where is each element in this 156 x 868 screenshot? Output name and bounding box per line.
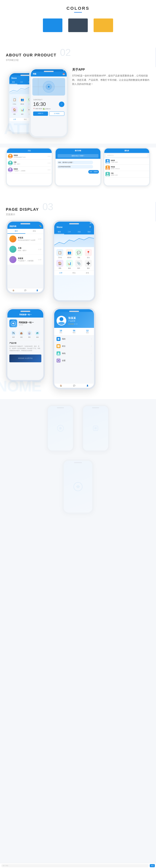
contact-icon-2 [105, 165, 110, 170]
p2-attend-label: 考勤 [58, 267, 61, 269]
chat-item-3[interactable]: 张某某 产品更新了，大家看看 10:00 [7, 166, 52, 174]
chat-item-1[interactable]: 李某某 明天的会议改到了10点 12:00 [7, 153, 52, 160]
p3-quick-2[interactable]: 🏨 酒店 [19, 331, 24, 338]
p1-nav-home[interactable]: 🏠 [7, 288, 19, 292]
p1-header: 消息列表 ✏️ [7, 224, 43, 229]
p4-menu-1[interactable]: 我的 › [54, 336, 94, 343]
p2-nav-discover[interactable]: 发现 [81, 271, 94, 275]
p4-menu-4[interactable]: 设置 › [54, 357, 94, 364]
p3-quick-icons: ✈️ 机票 🏨 酒店 🎡 景区 🗺️ 旅游 [7, 329, 43, 340]
star-5: ★ [76, 323, 78, 325]
attend-label: 考勤 [13, 114, 16, 115]
contact-3[interactable]: 王某 运营部 | 主管 [104, 171, 149, 178]
p2-nav-share[interactable]: 分享 [54, 271, 68, 275]
p2-icon-1[interactable]: 📋 工作台 [56, 249, 64, 258]
p2-tab-work[interactable]: 工作 [64, 230, 74, 234]
contact-2[interactable]: 李某某 技术部 | Software [104, 165, 149, 171]
msg-1: 你好，请问有什么问题？ [57, 161, 93, 164]
p4-nav-home[interactable]: 🏠 [54, 383, 68, 388]
p3-quick-1[interactable]: ✈️ 机票 [11, 331, 16, 338]
p2-tab-msg[interactable]: 消息 [74, 230, 84, 234]
p1-item-3[interactable]: 张某某 产品更新了，大家看看 10:00 [7, 254, 43, 265]
p1-tab-group[interactable]: 群组 [25, 229, 43, 234]
p4-stat-fans[interactable]: 56 粉丝 [68, 328, 81, 335]
p4-stat-follow[interactable]: 18 关注 [54, 328, 68, 335]
p4-nav-me[interactable]: 👤 [81, 383, 94, 388]
star-4: ★ [74, 323, 76, 325]
p2-icon-8[interactable]: ➕ 更多 [84, 260, 93, 269]
contacts-header: 通讯录 [104, 149, 149, 153]
p4-menu-icon-2 [56, 344, 60, 348]
p2-bottom-nav: 分享 附近 发现 [54, 271, 94, 275]
p4-menu-svg-1 [56, 337, 60, 341]
phones-grid-2: 同程旅游一站一 同程旅游一站一 v1.0.3 [6, 308, 150, 389]
tab-home[interactable]: 首页 [9, 80, 17, 84]
time-value: 16:30 [33, 101, 46, 107]
p1-preview-3: 产品更新了，大家看看 [18, 260, 36, 262]
contacts-search-input[interactable]: 搜索联系人 [105, 154, 148, 157]
chat-item-2[interactable]: 王某 好的，收到！ 11:30 [7, 160, 52, 166]
p2-icon-2[interactable]: 👥 通讯录 [65, 249, 74, 258]
svg-point-11 [107, 166, 108, 168]
p1-nav-me[interactable]: 👤 [31, 288, 43, 292]
nome-watermark: NOME [0, 377, 41, 395]
p4-menu-3[interactable]: 钱包 › [54, 350, 94, 357]
app-title: Stone [11, 77, 17, 79]
checkout-btn[interactable]: 打卡时间 [49, 112, 64, 116]
avatar-3 [8, 167, 13, 172]
checkin-button[interactable]: ✓ [59, 101, 64, 107]
ghost-logo-1 [56, 424, 64, 432]
tab-work[interactable]: 工作 [17, 80, 25, 84]
p1-chat-info-3: 张某某 产品更新了，大家看看 [18, 257, 36, 262]
star-1: ★ [68, 323, 70, 325]
person-icon-3 [8, 167, 13, 172]
chat-header-1: 消息 [7, 149, 52, 153]
color-swatches [0, 17, 156, 36]
svg-point-10 [106, 162, 109, 163]
p4-fans-num: 56 [68, 330, 81, 332]
p4-chevron-3: › [91, 352, 92, 354]
contact-info-3: 王某 运营部 | 主管 [111, 173, 148, 176]
p1-item-1[interactable]: 李某某 明天的会议改到了10点钟 12:00 [7, 234, 43, 244]
p2-icon-5[interactable]: 🏠 考勤 [56, 260, 64, 269]
svg-point-12 [106, 168, 109, 170]
chat-phone-1: 消息 李某某 明天的会议改到了10点 12:00 王某 好的，收到！ 11:30 [6, 148, 53, 186]
contact-1[interactable]: 张某某 产品部 | 经理 [104, 158, 149, 165]
p4-menu-2[interactable]: 积分 › [54, 343, 94, 350]
p1-nav-msg[interactable]: 💬 [19, 288, 31, 292]
p1-time-1: 12:00 [38, 238, 41, 240]
ghost-section [0, 399, 156, 524]
last-phone-screen [64, 461, 92, 513]
contact-avatar-3 [105, 172, 110, 176]
p3-quick-3[interactable]: 🎡 景区 [27, 331, 32, 338]
svg-point-4 [8, 157, 12, 159]
about-content: Stone 🔍 首页 工作 消息 我的 [6, 66, 150, 134]
p2-tab-me[interactable]: 我的 [84, 230, 94, 234]
p4-menu-label-4: 设置 [62, 360, 66, 362]
p1-item-2[interactable]: 王某 好的，收到！ 11:30 [7, 244, 43, 254]
chat-preview-2: 好的，收到！ [14, 163, 47, 165]
p2-icon-4[interactable]: 📍 定位 [84, 249, 93, 258]
p4-menu-label-3: 钱包 [62, 352, 66, 355]
p3-qicon-1: ✈️ [11, 331, 16, 336]
p2-nav-nearby[interactable]: 附近 [68, 271, 81, 275]
p1-tab-chat[interactable]: 聊天 [7, 229, 25, 234]
icon-work[interactable]: 📋 工作台 [11, 96, 18, 105]
icon-attend[interactable]: 🏠 考勤 [11, 106, 18, 115]
p2-contacts-icon: 👥 [66, 249, 73, 256]
p2-icon-6[interactable]: 📊 报表 [65, 260, 74, 269]
p2-icon-7[interactable]: 📎 附件 [75, 260, 83, 269]
p2-icon-3[interactable]: 💬 消息 [75, 249, 83, 258]
p1-chat-info-1: 李某某 明天的会议改到了10点钟 [18, 237, 36, 241]
icon-report[interactable]: 📊 报表 [19, 106, 25, 115]
p4-menu-icon-3 [56, 351, 60, 355]
p3-quick-4[interactable]: 🗺️ 旅游 [35, 331, 40, 338]
icon-contacts[interactable]: 👥 通讯录 [19, 96, 25, 105]
p3-name: 同程旅游一站一 [19, 321, 34, 324]
p4-nav-msg[interactable]: 💬 [68, 383, 81, 388]
p2-tab-home[interactable]: 首页 [54, 230, 64, 234]
contact-name-3: 王某 [111, 173, 148, 174]
checkin-btn[interactable]: 外勤打卡 [33, 112, 48, 116]
p4-stat-posts[interactable]: 12 动态 [81, 328, 94, 335]
p3-version: v1.0.3 [19, 324, 34, 326]
